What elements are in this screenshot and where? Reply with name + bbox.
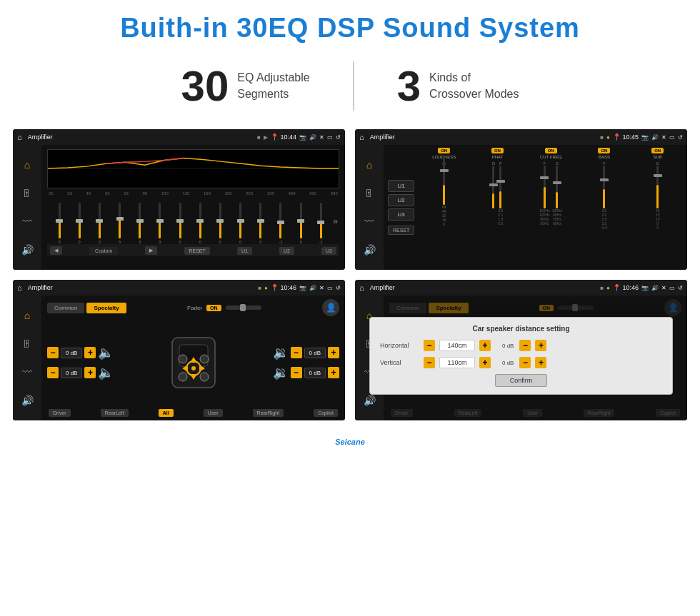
phat-slider2[interactable]: [499, 166, 501, 208]
sidebar-icon-eq-2[interactable]: 🎚: [364, 188, 374, 199]
eq-track-8[interactable]: [219, 203, 221, 238]
u3-btn[interactable]: U3: [388, 208, 414, 221]
cutfreq-title: CUT FREQ: [540, 155, 562, 159]
eq-prev-btn[interactable]: ◀: [50, 246, 62, 255]
sp-fader-track[interactable]: [226, 306, 261, 310]
u2-btn[interactable]: U2: [388, 194, 414, 206]
eq-track-3[interactable]: [119, 203, 121, 238]
vertical-plus[interactable]: +: [479, 357, 491, 368]
sidebar-icon-home-3[interactable]: ⌂: [24, 310, 30, 321]
sp-tab-specialty[interactable]: Specialty: [86, 303, 126, 313]
eq-track-10[interactable]: [259, 203, 261, 238]
home-icon[interactable]: ⌂: [17, 133, 22, 141]
sp-minus-1[interactable]: −: [47, 347, 59, 358]
sp-rearright-btn[interactable]: RearRight: [253, 409, 284, 417]
cutfreq-slider2[interactable]: [556, 166, 558, 208]
sidebar-icon-vol-4[interactable]: 🔊: [364, 395, 376, 406]
sidebar-icon-vol-3[interactable]: 🔊: [21, 395, 34, 406]
sp-fader-on[interactable]: ON: [206, 305, 221, 311]
sidebar-icon-wave[interactable]: 〰: [22, 216, 32, 227]
sp-rearleft-btn[interactable]: RearLeft: [101, 409, 129, 417]
loudness-slider1[interactable]: [443, 155, 445, 205]
sidebar-icon-wave-2[interactable]: 〰: [364, 216, 374, 227]
cutfreq-slider1[interactable]: [544, 166, 546, 208]
sub-on-badge[interactable]: ON: [651, 148, 664, 153]
eq-track-1[interactable]: [79, 203, 81, 238]
minimize-icon-3[interactable]: ▭: [327, 285, 333, 291]
sp-minus-2[interactable]: −: [47, 367, 59, 378]
bass-on-badge[interactable]: ON: [598, 148, 610, 153]
close-icon-3[interactable]: ✕: [319, 285, 324, 291]
sidebar-icon-home-2[interactable]: ⌂: [366, 159, 372, 171]
minimize-icon-2[interactable]: ▭: [669, 134, 675, 141]
home-icon-2[interactable]: ⌂: [359, 133, 364, 141]
vertical-minus[interactable]: −: [424, 357, 435, 368]
vertical-db-plus[interactable]: +: [535, 357, 546, 368]
reset-btn-2[interactable]: RESET: [388, 226, 414, 235]
sp-plus-2[interactable]: +: [84, 367, 96, 378]
sp-minus-4[interactable]: −: [291, 367, 302, 378]
phat-slider1[interactable]: [492, 166, 494, 208]
horizontal-minus[interactable]: −: [424, 340, 435, 351]
back-icon-3[interactable]: ↺: [336, 285, 341, 291]
eq-track-9[interactable]: [239, 203, 241, 238]
eq-track-5[interactable]: [159, 203, 161, 238]
eq-slider-col-6: 0: [171, 203, 189, 244]
sidebar-icon-eq[interactable]: 🎚: [22, 188, 32, 199]
minimize-icon[interactable]: ▭: [327, 134, 333, 141]
vertical-db-minus[interactable]: −: [519, 357, 531, 368]
sp-copilot-btn[interactable]: Copilot: [314, 409, 338, 417]
sp-plus-3[interactable]: +: [328, 347, 339, 358]
sp-minus-3[interactable]: −: [291, 347, 302, 358]
eq-track-6[interactable]: [179, 203, 181, 238]
cutfreq-on-badge[interactable]: ON: [545, 148, 557, 153]
eq-track-13[interactable]: [320, 203, 322, 238]
dist-tabs-row: Common Specialty ON 👤: [389, 299, 681, 316]
close-icon-2[interactable]: ✕: [661, 134, 666, 141]
back-icon-4[interactable]: ↺: [678, 285, 683, 291]
eq-track-2[interactable]: [99, 203, 101, 238]
eq-track-0[interactable]: [59, 203, 61, 238]
sp-tab-common[interactable]: Common: [47, 303, 84, 313]
horizontal-db-minus[interactable]: −: [519, 340, 531, 351]
sidebar-icon-wave-3[interactable]: 〰: [22, 366, 32, 378]
eq-track-4[interactable]: [139, 203, 141, 238]
phat-on-badge[interactable]: ON: [491, 148, 504, 153]
close-icon[interactable]: ✕: [319, 134, 324, 141]
eq-u1-btn[interactable]: U1: [237, 247, 252, 255]
confirm-button[interactable]: Confirm: [495, 374, 548, 387]
back-icon-2[interactable]: ↺: [678, 134, 683, 141]
sidebar-icon-vol[interactable]: 🔊: [21, 244, 34, 256]
loudness-on-badge[interactable]: ON: [438, 148, 450, 153]
eq-slider-col-2: 0: [90, 203, 109, 244]
eq-track-12[interactable]: [300, 203, 302, 238]
close-icon-4[interactable]: ✕: [661, 285, 666, 291]
sidebar-icon-eq-3[interactable]: 🎚: [22, 338, 32, 350]
sub-slider1[interactable]: [656, 166, 659, 208]
sp-plus-1[interactable]: +: [84, 347, 96, 358]
bass-slider1[interactable]: [603, 166, 605, 208]
back-icon[interactable]: ↺: [336, 134, 341, 141]
dist-tab-specialty: Specialty: [429, 303, 468, 313]
sp-all-btn[interactable]: All: [159, 409, 174, 417]
sp-plus-4[interactable]: +: [328, 367, 339, 378]
sp-avatar[interactable]: 👤: [322, 299, 339, 316]
sidebar-icon-home[interactable]: ⌂: [24, 159, 30, 171]
minimize-icon-4[interactable]: ▭: [669, 285, 675, 291]
eq-track-11[interactable]: [279, 203, 281, 238]
home-icon-4[interactable]: ⌂: [359, 283, 364, 292]
eq-u2-btn[interactable]: U2: [279, 247, 294, 255]
home-icon-3[interactable]: ⌂: [17, 283, 22, 292]
eq-next-btn[interactable]: ▶: [145, 246, 157, 255]
sp-driver-btn[interactable]: Driver: [49, 409, 71, 417]
eq-more-icon[interactable]: »: [333, 216, 338, 226]
eq-track-7[interactable]: [199, 203, 201, 238]
u1-btn[interactable]: U1: [388, 180, 414, 192]
sidebar-icon-vol-2[interactable]: 🔊: [364, 244, 376, 256]
section-bass: ON BASS F 3.0: [579, 148, 630, 230]
eq-reset-btn[interactable]: RESET: [184, 247, 209, 255]
eq-u3-btn[interactable]: U3: [321, 247, 336, 255]
horizontal-db-plus[interactable]: +: [535, 340, 546, 351]
horizontal-plus[interactable]: +: [479, 340, 491, 351]
sp-user-btn[interactable]: User: [204, 409, 223, 417]
